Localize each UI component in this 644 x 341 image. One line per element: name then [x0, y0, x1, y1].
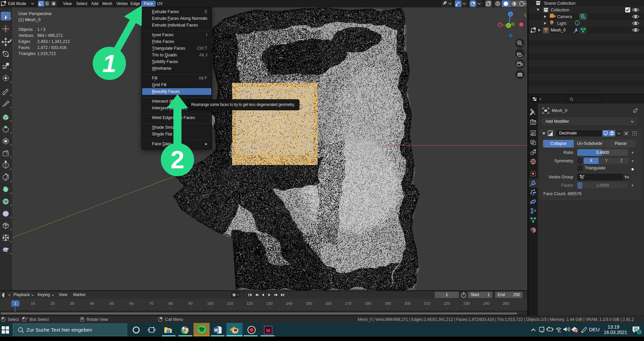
- svg-text:W: W: [214, 328, 218, 333]
- svg-text:Id: Id: [266, 328, 270, 333]
- svg-text:Z: Z: [509, 13, 512, 16]
- svg-text:1: 1: [102, 49, 116, 77]
- svg-text:X: X: [499, 23, 501, 27]
- svg-text:6: 6: [638, 330, 640, 334]
- svg-text:Y: Y: [507, 24, 509, 27]
- svg-text:2: 2: [170, 146, 184, 174]
